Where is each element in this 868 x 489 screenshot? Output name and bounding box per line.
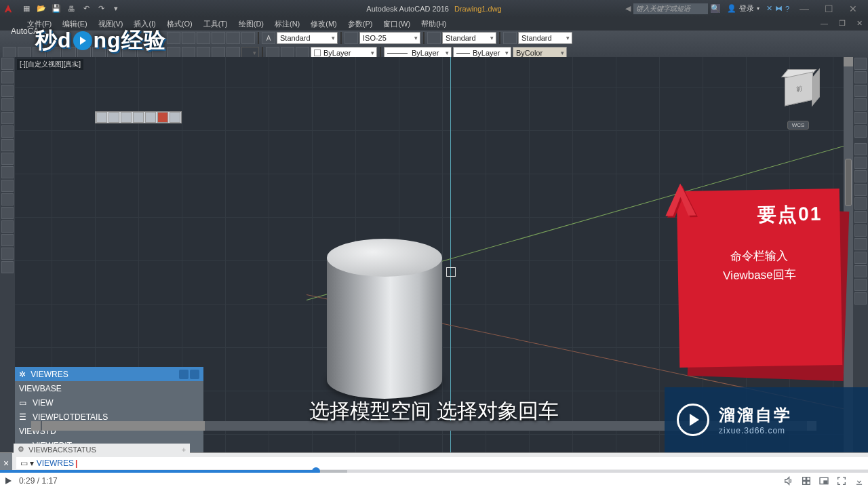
wcs-badge[interactable]: WCS bbox=[787, 121, 810, 130]
tool-icon[interactable] bbox=[226, 32, 240, 44]
draw-tool-icon[interactable] bbox=[1, 139, 14, 151]
globe-icon[interactable] bbox=[190, 370, 199, 379]
qat-open-icon[interactable]: 📂 bbox=[34, 1, 49, 16]
search-icon[interactable]: 🔍 bbox=[711, 4, 720, 13]
tool-icon[interactable] bbox=[427, 32, 441, 44]
modify-tool-icon[interactable] bbox=[854, 252, 867, 264]
vs-icon[interactable] bbox=[96, 112, 107, 123]
mleader-style-dropdown[interactable]: Standard bbox=[518, 32, 572, 44]
vs-icon[interactable] bbox=[157, 112, 168, 123]
help-icon[interactable]: ? bbox=[785, 5, 789, 13]
menu-modify[interactable]: 修改(M) bbox=[305, 17, 342, 31]
draw-tool-icon[interactable] bbox=[1, 58, 14, 70]
tool-icon[interactable] bbox=[197, 32, 210, 44]
modify-tool-icon[interactable] bbox=[854, 279, 867, 291]
doc-restore-icon[interactable]: ❐ bbox=[833, 17, 851, 31]
modify-tool-icon[interactable] bbox=[854, 85, 867, 97]
nav-bar[interactable] bbox=[845, 159, 852, 206]
modify-tool-icon[interactable] bbox=[854, 58, 867, 70]
modify-tool-icon[interactable] bbox=[854, 197, 867, 210]
menu-dimension[interactable]: 标注(N) bbox=[269, 17, 305, 31]
tool-icon[interactable] bbox=[344, 32, 358, 44]
menu-format[interactable]: 格式(O) bbox=[161, 17, 198, 31]
tool-icon[interactable] bbox=[167, 32, 180, 44]
modify-tool-icon[interactable] bbox=[854, 265, 867, 277]
draw-tool-icon[interactable] bbox=[1, 180, 14, 192]
draw-tool-icon[interactable] bbox=[1, 98, 14, 111]
menu-draw[interactable]: 绘图(D) bbox=[233, 17, 269, 31]
tool-icon[interactable] bbox=[182, 32, 195, 44]
modify-tool-icon[interactable] bbox=[854, 125, 867, 138]
autocomplete-item[interactable]: ▭VIEW bbox=[15, 395, 203, 410]
viewport-label[interactable]: [-][自定义视图][真实] bbox=[17, 59, 83, 70]
draw-tool-icon[interactable] bbox=[1, 166, 14, 178]
tool-icon[interactable] bbox=[212, 32, 225, 44]
pip-icon[interactable] bbox=[815, 475, 833, 486]
qat-redo-icon[interactable]: ↷ bbox=[94, 1, 108, 16]
login-button[interactable]: 👤登录▾ bbox=[723, 3, 764, 14]
qat-save-icon[interactable]: 💾 bbox=[49, 1, 64, 16]
vs-icon[interactable] bbox=[133, 112, 144, 123]
play-button[interactable] bbox=[0, 477, 16, 485]
modify-tool-icon[interactable] bbox=[854, 292, 867, 305]
modify-tool-icon[interactable] bbox=[854, 184, 867, 196]
table-style-dropdown[interactable]: Standard bbox=[442, 32, 496, 44]
vs-icon[interactable] bbox=[145, 112, 156, 123]
fullscreen-icon[interactable] bbox=[833, 475, 850, 486]
draw-tool-icon[interactable] bbox=[1, 112, 14, 124]
menu-tools[interactable]: 工具(T) bbox=[198, 17, 233, 31]
qat-more-icon[interactable]: ▾ bbox=[108, 1, 123, 16]
command-input[interactable]: ▭ ▾ VIEWRES| bbox=[16, 457, 868, 469]
modify-tool-icon[interactable] bbox=[854, 112, 867, 124]
draw-tool-icon[interactable] bbox=[1, 261, 14, 273]
window-maximize-icon[interactable]: ☐ bbox=[816, 1, 841, 17]
doc-close-icon[interactable]: ✕ bbox=[851, 17, 868, 31]
vs-icon[interactable] bbox=[170, 112, 180, 123]
draw-tool-icon[interactable] bbox=[1, 153, 14, 165]
help-icon[interactable] bbox=[179, 370, 189, 379]
qat-undo-icon[interactable]: ↶ bbox=[79, 1, 94, 16]
modify-tool-icon[interactable] bbox=[854, 170, 867, 182]
volume-icon[interactable] bbox=[780, 475, 797, 486]
view-cube[interactable]: 前 WCS bbox=[768, 69, 829, 144]
modify-tool-icon[interactable] bbox=[854, 98, 867, 111]
draw-tool-icon[interactable] bbox=[1, 193, 14, 206]
scroll-thumb[interactable] bbox=[42, 421, 205, 431]
modify-tool-icon[interactable] bbox=[854, 157, 867, 169]
settings-icon[interactable] bbox=[797, 475, 815, 486]
help-search-input[interactable]: 键入关键字或短语 bbox=[633, 3, 708, 14]
exchange-icon[interactable]: ✕ bbox=[766, 4, 772, 13]
autocomplete-selected[interactable]: ✲ VIEWRES bbox=[15, 367, 203, 381]
tool-icon[interactable] bbox=[241, 32, 255, 44]
draw-tool-icon[interactable] bbox=[1, 220, 14, 233]
menu-help[interactable]: 帮助(H) bbox=[416, 17, 452, 31]
qat-new-icon[interactable]: ▦ bbox=[19, 1, 34, 16]
draw-tool-icon[interactable] bbox=[1, 71, 14, 83]
draw-tool-icon[interactable] bbox=[1, 248, 14, 260]
doc-minimize-icon[interactable]: — bbox=[815, 17, 833, 31]
draw-tool-icon[interactable] bbox=[1, 207, 14, 219]
a360-icon[interactable]: ⧓ bbox=[775, 4, 783, 13]
vs-icon[interactable] bbox=[108, 112, 119, 123]
tool-icon[interactable] bbox=[503, 32, 517, 44]
modify-tool-icon[interactable] bbox=[854, 143, 867, 155]
download-icon[interactable] bbox=[850, 476, 868, 486]
window-minimize-icon[interactable]: — bbox=[792, 1, 816, 17]
menu-parametric[interactable]: 参数(P) bbox=[342, 17, 378, 31]
vs-icon[interactable] bbox=[121, 112, 132, 123]
tool-icon[interactable]: A bbox=[262, 32, 275, 44]
visual-styles-toolbar[interactable] bbox=[95, 111, 182, 123]
window-close-icon[interactable]: ✕ bbox=[841, 1, 865, 17]
dim-style-dropdown[interactable]: ISO-25 bbox=[359, 32, 420, 44]
modify-tool-icon[interactable] bbox=[854, 224, 867, 237]
modify-tool-icon[interactable] bbox=[854, 211, 867, 223]
scroll-left-icon[interactable] bbox=[31, 421, 41, 431]
modify-tool-icon[interactable] bbox=[854, 238, 867, 250]
modify-tool-icon[interactable] bbox=[854, 71, 867, 83]
qat-print-icon[interactable]: 🖶 bbox=[64, 1, 79, 16]
autocomplete-item[interactable]: VIEWBASE bbox=[15, 381, 203, 395]
text-style-dropdown[interactable]: Standard bbox=[277, 32, 338, 44]
draw-tool-icon[interactable] bbox=[1, 85, 14, 97]
draw-tool-icon[interactable] bbox=[1, 125, 14, 138]
scroll-up-icon[interactable] bbox=[844, 57, 853, 66]
